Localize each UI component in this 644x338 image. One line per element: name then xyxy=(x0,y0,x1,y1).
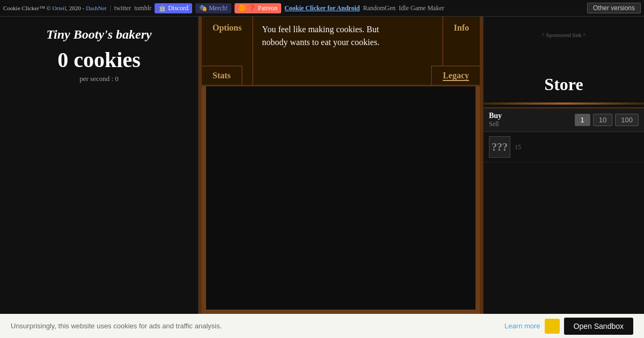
store-separator xyxy=(484,102,644,105)
tumblr-link[interactable]: tumblr xyxy=(134,4,151,12)
randomgen-link[interactable]: RandomGen xyxy=(363,4,396,12)
quantity-buttons: 1 10 100 xyxy=(575,114,639,126)
merch-icon: 🎭 xyxy=(199,4,207,12)
patreon-button[interactable]: 🟠 ❓ Patreon xyxy=(235,3,281,13)
sandbox-icon xyxy=(545,319,560,334)
store-item-icon: ??? xyxy=(489,136,510,158)
store-item-count: 15 xyxy=(515,143,639,151)
dashnet-link[interactable]: DashNet xyxy=(86,5,107,11)
content-area xyxy=(202,86,480,314)
discord-icon: 🤖 xyxy=(158,4,166,12)
main-layout: Tiny Booty's bakery 0 cookies per second… xyxy=(0,17,644,314)
buy-label: Buy xyxy=(489,112,502,120)
per-second: per second : 0 xyxy=(79,75,119,83)
qty-1-button[interactable]: 1 xyxy=(575,114,590,126)
discord-button[interactable]: 🤖 Discord xyxy=(155,3,192,13)
right-panel: ^ Sponsored link ^ Store Buy Sell 1 10 1… xyxy=(483,17,644,314)
twitter-link[interactable]: twitter xyxy=(114,4,131,12)
tab-stats[interactable]: Stats xyxy=(202,65,243,85)
left-panel: Tiny Booty's bakery 0 cookies per second… xyxy=(0,17,199,314)
android-link[interactable]: Cookie Clicker for Android xyxy=(284,4,360,12)
help-icon: ❓ xyxy=(248,4,256,12)
other-versions-button[interactable]: Other versions xyxy=(587,3,641,13)
patreon-icon: 🟠 xyxy=(238,4,246,12)
sponsored-link-text: ^ Sponsored link ^ xyxy=(484,27,644,42)
store-item-row: ??? 15 xyxy=(484,132,644,163)
message-area: You feel like making cookies. But nobody… xyxy=(253,17,442,85)
top-navigation: Cookie Clicker™ © Orteil, 2020 - DashNet… xyxy=(0,0,644,17)
brand-text: Cookie Clicker™ © Orteil, 2020 - DashNet xyxy=(3,5,106,11)
middle-panel: Options You feel like making cookies. Bu… xyxy=(199,17,483,314)
open-sandbox-button[interactable]: Open Sandbox xyxy=(564,318,633,335)
buy-sell-row: Buy Sell 1 10 100 xyxy=(484,107,644,132)
cookie-notice-bar: Unsurprisingly, this website uses cookie… xyxy=(0,314,644,338)
sell-label: Sell xyxy=(489,120,502,128)
tabs-bar: Options You feel like making cookies. Bu… xyxy=(202,17,480,86)
tab-legacy[interactable]: Legacy xyxy=(431,65,480,85)
cookie-notice-text: Unsurprisingly, this website uses cookie… xyxy=(11,322,500,330)
orteil-link[interactable]: Orteil xyxy=(53,5,67,11)
cookie-count: 0 cookies xyxy=(57,47,140,72)
merch-button[interactable]: 🎭 Merch! xyxy=(195,3,231,13)
learn-more-link[interactable]: Learn more xyxy=(504,322,540,330)
qty-100-button[interactable]: 100 xyxy=(615,114,639,126)
store-title: Store xyxy=(484,69,644,100)
qty-10-button[interactable]: 10 xyxy=(593,114,612,126)
idlegame-link[interactable]: Idle Game Maker xyxy=(399,4,444,12)
bakery-name: Tiny Booty's bakery xyxy=(46,27,151,42)
